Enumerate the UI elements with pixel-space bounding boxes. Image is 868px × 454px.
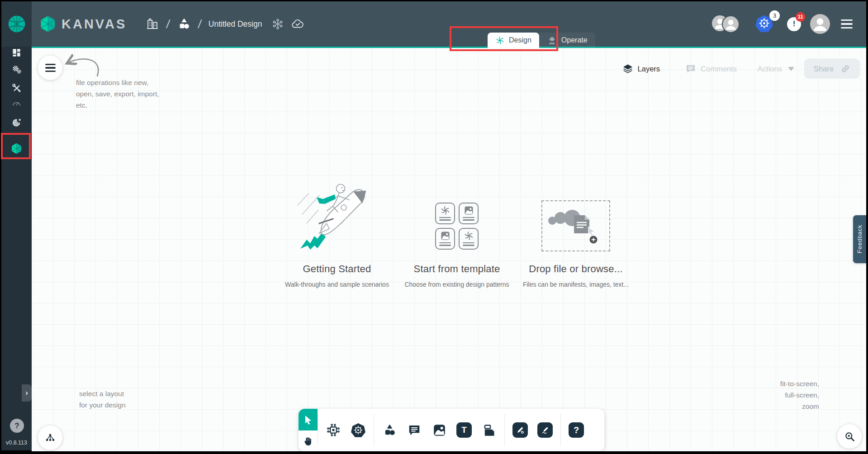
card-title[interactable]: Start from template [389,263,525,275]
header-menu-button[interactable] [839,18,854,31]
sidebar-item-toolbox[interactable] [1,79,32,96]
pencil-scribble-icon [540,425,550,435]
sidebar-item-settings[interactable] [1,61,32,78]
card-getting-started[interactable]: Getting Started Walk-throughs and sample… [265,174,409,288]
image-icon [464,205,474,216]
notifications-button[interactable]: ! 11 [787,17,801,31]
note-tool[interactable] [481,422,497,438]
app-version: v0.8.113 [1,440,32,446]
layers-button[interactable]: Layers [622,63,660,74]
designs-button[interactable] [177,17,191,31]
template-tile[interactable] [459,228,479,250]
comments-label: Comments [701,65,737,73]
spiral-icon [440,205,451,216]
pan-tool[interactable] [299,430,318,451]
profile-avatar[interactable] [810,14,830,34]
actions-label: Actions [758,65,782,73]
help-button[interactable]: ? [10,419,24,433]
breadcrumb: / / Untitled Design [146,17,304,31]
shapes-icon [177,17,191,31]
sidebar-item-dashboard[interactable] [1,44,32,61]
menu-icon [45,64,56,65]
file-drop-zone[interactable] [541,200,610,251]
design-canvas[interactable]: file operations like new, open, save, ex… [32,48,866,451]
canvas-actionbar: Layers Comments Actions Share [622,58,860,80]
template-tile[interactable] [435,203,455,224]
image-tool[interactable] [432,422,447,438]
breadcrumb-separator: / [197,17,202,31]
freehand-draw-tool[interactable] [537,422,553,438]
person-icon [810,14,830,34]
design-relationships-button[interactable] [272,18,284,30]
template-tiles [389,174,525,256]
tab-design[interactable]: Design [488,33,539,48]
card-drop-file[interactable]: Drop file or browse... Files can be mani… [508,174,644,288]
left-sidebar: › ? v0.8.113 [1,1,32,450]
circuit-icon [326,423,341,437]
sidebar-item-kanvas[interactable] [1,140,32,157]
comment-tool[interactable] [407,422,422,438]
hand-icon [303,436,313,446]
kubernetes-components-tool[interactable] [351,422,366,438]
meshery-logo[interactable] [1,1,32,47]
sidebar-item-mesh-adapter[interactable] [1,114,32,131]
tab-operate[interactable]: Operate [539,33,595,48]
zoom-controls-button[interactable] [837,424,862,449]
meshery-sphere-icon [7,14,26,33]
save-status-button[interactable] [291,17,304,31]
edge-pen-tool[interactable] [512,422,528,438]
text-tool[interactable]: T [456,422,472,438]
header-actions: 3 ! 11 [712,1,854,47]
card-title[interactable]: Getting Started [265,263,409,275]
share-label: Share [814,65,834,73]
comment-icon [408,423,421,437]
card-title[interactable]: Drop file or browse... [508,263,644,275]
breadcrumb-separator: / [166,17,171,31]
actions-dropdown[interactable]: Actions [758,65,794,73]
file-operations-menu-button[interactable] [38,56,62,80]
operate-headset-icon [547,35,557,46]
template-tile[interactable] [459,203,479,224]
tab-operate-label: Operate [561,36,588,44]
sidebar-expand-button[interactable]: › [22,384,32,402]
card-subtitle: Files can be manifests, images, text... [508,281,644,288]
comments-button[interactable]: Comments [685,63,737,74]
layers-icon [622,63,633,74]
layout-selector-button[interactable] [38,426,62,450]
select-tool-active[interactable] [299,409,318,430]
kanvas-brand[interactable]: KANVAS [39,15,127,33]
brand-wordmark: KANVAS [62,17,127,32]
feedback-tab[interactable]: Feedback [853,215,866,263]
top-header: KANVAS / / Untitled Design [32,1,866,48]
document-title[interactable]: Untitled Design [209,19,262,29]
kubernetes-context-button[interactable]: 3 [755,14,773,34]
kanvas-app-window: › ? v0.8.113 KANVAS / / Untitled Design [0,0,868,454]
kanvas-hexagon-icon [10,142,23,155]
person-icon [723,16,739,32]
shapes-tool[interactable] [382,422,397,438]
mode-tabbar: Design Operate [488,33,595,48]
chevron-right-icon: › [25,388,28,397]
share-button[interactable]: Share [804,59,860,79]
mesh-crescent-icon [11,117,22,128]
sidebar-item-performance[interactable] [1,95,32,112]
annotation-file-operations: file operations like new, open, save, ex… [76,77,159,111]
components-tool[interactable] [326,422,341,438]
layout-graph-icon [45,432,56,443]
collaborator-avatars[interactable] [712,15,740,33]
notification-count-badge: 11 [796,12,805,22]
template-tile[interactable] [435,228,455,250]
chevron-down-icon [788,67,794,71]
card-subtitle: Walk-throughs and sample scenarios [265,281,409,288]
toolbar-help-button[interactable]: ? [569,422,584,438]
feedback-label: Feedback [856,225,863,253]
organization-button[interactable] [146,17,159,31]
cursor-icon [303,414,313,425]
annotation-zoom-controls: fit-to-screen, full-screen, zoom [780,378,819,412]
spiral-icon [464,231,474,241]
bottom-toolbar: T [299,409,604,451]
card-start-from-template[interactable]: Start from template Choose from existing… [389,174,525,288]
tools-icon [11,83,22,93]
card-subtitle: Choose from existing design patterns [389,281,525,288]
text-tool-glyph: T [461,425,467,435]
